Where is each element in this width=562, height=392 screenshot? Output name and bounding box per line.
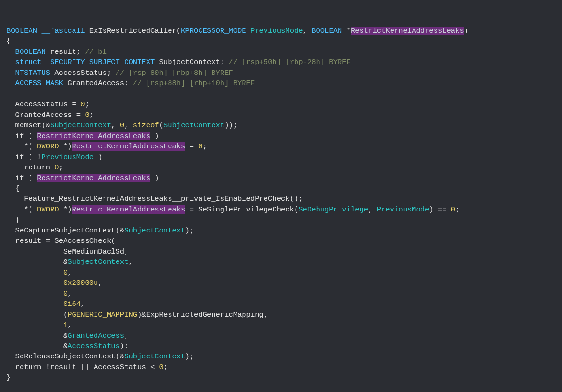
- rkal-ref: RestrictKernelAddressLeaks: [37, 174, 150, 182]
- return-kw: return: [24, 163, 50, 172]
- arg8: 1: [63, 321, 67, 329]
- zero-literal: 0: [451, 205, 455, 214]
- decl3-comment: // [rsp+80h] [rbp+8h] BYREF: [116, 69, 233, 77]
- decl1-type: BOOLEAN: [15, 48, 46, 56]
- previous-mode-ref: PreviousMode: [377, 205, 429, 214]
- privilege-check-call: SeSinglePrivilegeCheck: [198, 205, 294, 214]
- decl2-type: _SECURITY_SUBJECT_CONTEXT: [46, 58, 155, 66]
- sizeof-kw: sizeof: [133, 121, 159, 130]
- arg5: 0: [63, 290, 67, 298]
- capture-context-call: SeCaptureSubjectContext: [15, 226, 116, 235]
- decl1-name: result: [50, 48, 76, 56]
- decl1-comment: // bl: [85, 48, 107, 56]
- subject-context-ref: SubjectContext: [124, 352, 185, 361]
- decl4-type: ACCESS_MASK: [15, 79, 63, 87]
- subject-context-ref: SubjectContext: [67, 258, 128, 266]
- access-check-call: SeAccessCheck: [54, 237, 111, 245]
- release-context-call: SeReleaseSubjectContext: [15, 352, 116, 361]
- decl3-type: NTSTATUS: [15, 69, 50, 77]
- subject-context-ref: SubjectContext: [50, 121, 111, 130]
- param1-type: KPROCESSOR_MODE: [181, 27, 246, 35]
- param2-type: BOOLEAN: [311, 27, 342, 35]
- subject-context-ref: SubjectContext: [163, 121, 224, 130]
- zero-literal: 0: [198, 142, 202, 151]
- debug-privilege-ref: SeDebugPrivilege: [298, 205, 368, 214]
- zero-literal: 0: [85, 111, 89, 119]
- access-status-ref: AccessStatus: [67, 342, 120, 350]
- return-kw: return: [15, 363, 42, 371]
- access-status-var: AccessStatus: [94, 363, 146, 371]
- dword-cast: _DWORD: [33, 205, 59, 214]
- zero-literal: 0: [81, 100, 85, 109]
- decl2-kw: struct: [15, 58, 42, 66]
- if-kw: if: [15, 174, 24, 182]
- decl4-comment: // [rsp+88h] [rbp+10h] BYREF: [133, 79, 255, 87]
- memset-call: memset: [15, 121, 42, 130]
- param2-name: RestrictKernelAddressLeaks: [351, 27, 464, 35]
- rkal-ref: RestrictKernelAddressLeaks: [37, 132, 150, 140]
- subject-context-ref: SubjectContext: [124, 226, 185, 235]
- arg4: 0x20000u: [63, 279, 98, 287]
- assign1-lhs: AccessStatus: [15, 100, 68, 109]
- arg-sd: SeMediumDaclSd: [63, 247, 124, 256]
- code-block: BOOLEAN __fastcall ExIsRestrictedCaller(…: [7, 26, 555, 383]
- if-kw: if: [15, 132, 24, 140]
- arg3: 0: [63, 269, 67, 277]
- result-var: result: [15, 237, 42, 245]
- rkal-ref: RestrictKernelAddressLeaks: [72, 205, 185, 214]
- assign2-lhs: GrantedAccess: [15, 111, 72, 119]
- zero-literal: 0: [159, 363, 163, 371]
- generic-mapping-cast: PGENERIC_MAPPING: [67, 311, 137, 319]
- result-var: result: [50, 363, 76, 371]
- calling-convention: __fastcall: [41, 27, 85, 35]
- previous-mode-ref: PreviousMode: [41, 153, 94, 161]
- decl4-name: GrantedAccess: [67, 79, 124, 87]
- dword-cast: _DWORD: [33, 142, 59, 151]
- feature-check-call: Feature_RestrictKernelAddressLeaks__priv…: [24, 195, 289, 203]
- param1-name: PreviousMode: [251, 27, 303, 35]
- granted-access-ref: GrantedAccess: [67, 332, 124, 340]
- decl2-comment: // [rsp+50h] [rbp-28h] BYREF: [229, 58, 350, 66]
- return-type: BOOLEAN: [7, 27, 37, 35]
- rkal-ref: RestrictKernelAddressLeaks: [72, 142, 185, 151]
- zero-literal: 0: [54, 163, 59, 172]
- function-name: ExIsRestrictedCaller: [89, 27, 177, 35]
- arg6: 0i64: [63, 300, 81, 308]
- exp-mapping-ref: ExpRestrictedGenericMapping: [146, 311, 264, 319]
- if-kw: if: [15, 153, 24, 161]
- decl2-name: SubjectContext: [159, 58, 220, 66]
- decl3-name: AccessStatus: [54, 69, 107, 77]
- zero-literal: 0: [120, 121, 124, 130]
